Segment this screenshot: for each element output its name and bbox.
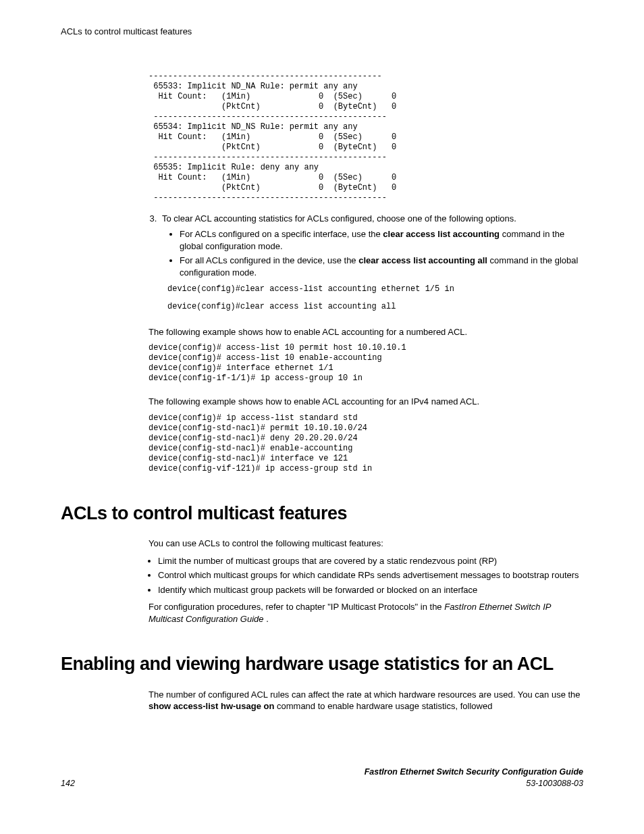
heading-hw-usage: Enabling and viewing hardware usage stat… (61, 652, 583, 676)
hw-usage-paragraph: The number of configured ACL rules can a… (149, 689, 583, 712)
multicast-reference: For configuration procedures, refer to c… (149, 601, 583, 625)
code-output-rules: ----------------------------------------… (149, 72, 583, 203)
command-name: clear access list accounting (383, 229, 500, 239)
text: For all ACLs configured in the device, u… (180, 255, 358, 265)
step-list: To clear ACL accounting statistics for A… (149, 213, 583, 279)
running-header: ACLs to control multicast features (61, 26, 583, 38)
step-3-opt-a: For ACLs configured on a specific interf… (180, 228, 583, 252)
footer-guide-title: FastIron Ethernet Switch Security Config… (365, 766, 583, 778)
step-3-opt-b: For all ACLs configured in the device, u… (180, 255, 583, 278)
mc-bullet-3: Identify which multicast group packets w… (158, 584, 583, 596)
mc-bullet-1: Limit the number of multicast groups tha… (158, 555, 583, 567)
footer-right: FastIron Ethernet Switch Security Config… (365, 766, 583, 789)
page-footer: 142 FastIron Ethernet Switch Security Co… (61, 766, 583, 789)
step-3-options: For ACLs configured on a specific interf… (170, 228, 583, 278)
step-3: To clear ACL accounting statistics for A… (159, 213, 583, 279)
mc-bullet-2: Control which multicast groups for which… (158, 569, 583, 581)
multicast-intro: You can use ACLs to control the followin… (149, 538, 583, 550)
page-number: 142 (61, 778, 75, 789)
text: command to enable hardware usage statist… (274, 701, 492, 711)
example1-intro: The following example shows how to enabl… (149, 326, 500, 338)
text: For ACLs configured on a specific interf… (180, 229, 383, 239)
code-clear-eth: device(config)#clear access-list account… (167, 284, 583, 294)
code-example-named-acl: device(config)# ip access-list standard … (149, 413, 583, 474)
text: For configuration procedures, refer to c… (149, 602, 444, 612)
text: . (264, 614, 269, 624)
multicast-bullets: Limit the number of multicast groups tha… (149, 555, 583, 596)
code-example-numbered-acl: device(config)# access-list 10 permit ho… (149, 343, 583, 384)
heading-multicast: ACLs to control multicast features (61, 501, 583, 525)
footer-doc-number: 53-1003088-03 (365, 778, 583, 789)
command-name: clear access list accounting all (358, 255, 487, 265)
step-3-text: To clear ACL accounting statistics for A… (162, 213, 516, 224)
example2-intro: The following example shows how to enabl… (149, 396, 500, 408)
command-name: show access-list hw-usage on (149, 701, 274, 711)
code-clear-all: device(config)#clear access list account… (167, 301, 583, 312)
text: The number of configured ACL rules can a… (149, 689, 581, 700)
